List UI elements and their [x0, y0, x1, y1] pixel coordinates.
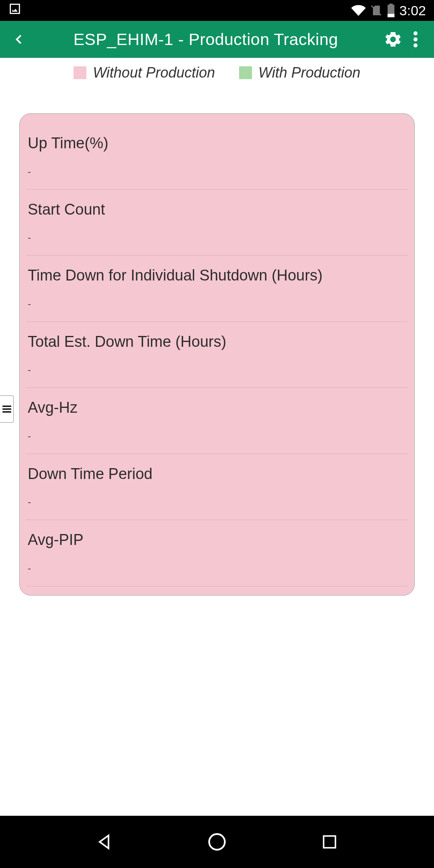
- row-label: Down Time Period: [26, 465, 408, 497]
- content-area: Without Production With Production Up Ti…: [0, 58, 434, 816]
- status-left: [8, 2, 22, 19]
- svg-point-1: [414, 31, 418, 35]
- row-up-time: Up Time(%) -: [26, 123, 408, 190]
- status-bar: 3:02: [0, 0, 434, 21]
- row-value: -: [26, 364, 408, 380]
- svg-rect-6: [2, 411, 11, 412]
- more-button[interactable]: [404, 28, 427, 51]
- row-value: -: [26, 298, 408, 314]
- legend-without-production: Without Production: [74, 64, 215, 81]
- row-label: Time Down for Individual Shutdown (Hours…: [26, 266, 408, 298]
- chevron-left-icon: [12, 33, 25, 46]
- svg-rect-5: [2, 408, 11, 409]
- row-avg-hz: Avg-Hz -: [26, 388, 408, 454]
- no-sim-icon: [370, 4, 383, 17]
- row-start-count: Start Count -: [26, 190, 408, 256]
- menu-icon: [2, 404, 12, 414]
- legend-with-production: With Production: [239, 64, 360, 81]
- more-vert-icon: [414, 31, 418, 47]
- app-bar: ESP_EHIM-1 - Production Tracking: [0, 21, 434, 58]
- nav-back-button[interactable]: [90, 828, 119, 856]
- nav-home-button[interactable]: [203, 828, 231, 856]
- row-value: -: [26, 232, 408, 248]
- back-button[interactable]: [7, 28, 30, 51]
- row-value: -: [26, 563, 408, 579]
- legend: Without Production With Production: [0, 58, 434, 85]
- settings-button[interactable]: [382, 28, 404, 51]
- page-title: ESP_EHIM-1 - Production Tracking: [30, 30, 382, 49]
- row-total-est-down-time: Total Est. Down Time (Hours) -: [26, 322, 408, 388]
- legend-swatch-with: [239, 66, 252, 79]
- row-label: Total Est. Down Time (Hours): [26, 332, 408, 364]
- nav-recent-button[interactable]: [315, 828, 344, 856]
- triangle-back-icon: [95, 832, 114, 852]
- metrics-card: Up Time(%) - Start Count - Time Down for…: [19, 113, 415, 596]
- row-value: -: [26, 166, 408, 182]
- row-down-time-period: Down Time Period -: [26, 454, 408, 520]
- svg-point-2: [414, 37, 418, 41]
- navigation-bar: [0, 816, 434, 868]
- svg-point-3: [414, 43, 418, 47]
- legend-label-without: Without Production: [93, 64, 215, 81]
- row-time-down-individual: Time Down for Individual Shutdown (Hours…: [26, 256, 408, 322]
- side-drawer-handle[interactable]: [0, 395, 14, 423]
- status-time: 3:02: [399, 3, 426, 18]
- svg-rect-8: [323, 836, 335, 848]
- square-recent-icon: [321, 833, 338, 851]
- row-avg-motor-amps: Avg-Motor-Amps: [26, 586, 408, 596]
- row-value: -: [26, 496, 408, 512]
- status-right: 3:02: [351, 3, 426, 18]
- row-value: -: [26, 430, 408, 446]
- circle-home-icon: [207, 831, 227, 852]
- legend-label-with: With Production: [258, 64, 360, 81]
- battery-icon: [387, 4, 395, 17]
- row-label: Up Time(%): [26, 134, 408, 166]
- picture-icon: [8, 2, 22, 16]
- gear-icon: [383, 30, 403, 49]
- row-avg-pip: Avg-PIP -: [26, 520, 408, 586]
- wifi-icon: [351, 3, 366, 18]
- legend-swatch-without: [74, 66, 86, 79]
- row-label: Start Count: [26, 200, 408, 232]
- row-label: Avg-PIP: [26, 530, 408, 563]
- svg-rect-4: [2, 405, 11, 407]
- svg-point-7: [209, 834, 225, 850]
- row-label: Avg-Hz: [26, 398, 408, 430]
- svg-rect-0: [387, 14, 394, 18]
